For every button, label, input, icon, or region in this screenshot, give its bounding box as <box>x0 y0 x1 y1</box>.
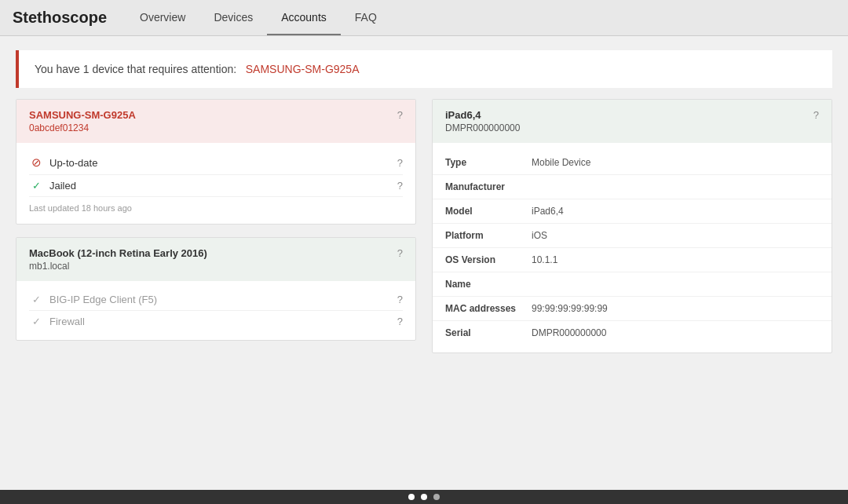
detail-name-block: iPad6,4 DMPR000000000 <box>445 109 520 133</box>
device-name-block-macbook: MacBook (12-inch Retina Early 2016) mb1.… <box>29 247 207 272</box>
last-updated-samsung: Last updated 18 hours ago <box>29 197 403 216</box>
right-column: iPad6,4 DMPR000000000 ? Type Mobile Devi… <box>432 99 832 366</box>
nav-item-overview[interactable]: Overview <box>126 0 199 35</box>
detail-value-model: iPad6,4 <box>532 206 564 217</box>
detail-label-model: Model <box>445 206 532 217</box>
check-icon-jailed: ✓ <box>29 180 43 192</box>
detail-value-mac: 99:99:99:99:99:99 <box>532 303 608 314</box>
detail-label-osversion: OS Version <box>445 254 532 265</box>
left-column: SAMSUNG-SM-G925A 0abcdef01234 ? ⊘ Up-to-… <box>16 99 416 366</box>
check-icon-bigip: ✓ <box>29 294 43 305</box>
check-bigip-label: BIG-IP Edge Client (F5) <box>49 294 157 305</box>
check-firewall: ✓ Firewall ? <box>29 311 403 332</box>
device-id-macbook: mb1.local <box>29 261 207 272</box>
detail-row-mac: MAC addresses 99:99:99:99:99:99 <box>433 297 832 321</box>
detail-row-type: Type Mobile Device <box>433 151 832 175</box>
alert-device-link[interactable]: SAMSUNG-SM-G925A <box>246 63 360 75</box>
jailed-help-icon[interactable]: ? <box>397 180 403 192</box>
samsung-help-icon[interactable]: ? <box>397 109 403 121</box>
detail-label-platform: Platform <box>445 230 532 241</box>
detail-label-serial: Serial <box>445 327 532 338</box>
check-jailed: ✓ Jailed ? <box>29 175 403 197</box>
check-bigip: ✓ BIG-IP Edge Client (F5) ? <box>29 289 403 311</box>
device-body-macbook: ✓ BIG-IP Edge Client (F5) ? ✓ Firewall ? <box>16 281 415 340</box>
nav-item-accounts[interactable]: Accounts <box>267 0 341 35</box>
bottom-bar <box>0 490 848 504</box>
device-header-macbook: MacBook (12-inch Retina Early 2016) mb1.… <box>16 238 415 281</box>
detail-device-id: DMPR000000000 <box>445 122 520 133</box>
check-firewall-label: Firewall <box>49 316 85 327</box>
detail-row-osversion: OS Version 10.1.1 <box>433 248 832 272</box>
bottom-dot-1 <box>408 494 415 500</box>
detail-row-manufacturer: Manufacturer <box>433 175 832 199</box>
bottom-dot-3 <box>433 494 440 500</box>
ipad-help-icon[interactable]: ? <box>813 109 819 121</box>
detail-row-model: Model iPad6,4 <box>433 199 832 224</box>
main-content: SAMSUNG-SM-G925A 0abcdef01234 ? ⊘ Up-to-… <box>16 99 832 366</box>
device-header-samsung: SAMSUNG-SM-G925A 0abcdef01234 ? <box>16 100 415 143</box>
check-jailed-label: Jailed <box>49 180 76 192</box>
device-card-macbook: MacBook (12-inch Retina Early 2016) mb1.… <box>16 237 416 341</box>
detail-value-serial: DMPR000000000 <box>532 327 606 338</box>
firewall-help-icon[interactable]: ? <box>397 316 403 327</box>
detail-header-ipad: iPad6,4 DMPR000000000 ? <box>433 100 832 143</box>
nav-item-faq[interactable]: FAQ <box>341 0 391 35</box>
detail-device-name: iPad6,4 <box>445 109 520 121</box>
detail-body-ipad: Type Mobile Device Manufacturer Model iP… <box>433 143 832 352</box>
detail-value-type: Mobile Device <box>532 157 590 168</box>
navbar: Stethoscope Overview Devices Accounts FA… <box>0 0 848 36</box>
device-id-samsung: 0abcdef01234 <box>29 122 136 133</box>
detail-label-name: Name <box>445 279 532 290</box>
uptodate-help-icon[interactable]: ? <box>397 157 403 169</box>
nav-menu: Overview Devices Accounts FAQ <box>126 0 391 35</box>
detail-label-type: Type <box>445 157 532 168</box>
device-body-samsung: ⊘ Up-to-date ? ✓ Jailed ? Last updated 1… <box>16 143 415 224</box>
alert-text: You have 1 device that requires attentio… <box>35 63 236 75</box>
device-name-samsung: SAMSUNG-SM-G925A <box>29 109 136 121</box>
check-uptodate: ⊘ Up-to-date ? <box>29 151 403 175</box>
device-name-block: SAMSUNG-SM-G925A 0abcdef01234 <box>29 109 136 133</box>
device-name-macbook: MacBook (12-inch Retina Early 2016) <box>29 247 207 259</box>
check-icon-firewall: ✓ <box>29 316 43 327</box>
bottom-dot-2 <box>421 494 427 500</box>
macbook-help-icon[interactable]: ? <box>397 247 403 259</box>
detail-row-platform: Platform iOS <box>433 224 832 248</box>
device-card-samsung: SAMSUNG-SM-G925A 0abcdef01234 ? ⊘ Up-to-… <box>16 99 416 225</box>
detail-value-osversion: 10.1.1 <box>532 254 557 265</box>
detail-card-ipad: iPad6,4 DMPR000000000 ? Type Mobile Devi… <box>432 99 832 353</box>
cross-icon: ⊘ <box>29 155 43 170</box>
alert-banner: You have 1 device that requires attentio… <box>16 50 832 88</box>
bigip-help-icon[interactable]: ? <box>397 294 403 305</box>
check-uptodate-label: Up-to-date <box>49 157 97 169</box>
nav-item-devices[interactable]: Devices <box>199 0 267 35</box>
detail-label-manufacturer: Manufacturer <box>445 181 532 192</box>
detail-row-name: Name <box>433 272 832 297</box>
detail-value-platform: iOS <box>532 230 547 241</box>
brand-logo: Stethoscope <box>13 9 107 27</box>
detail-row-serial: Serial DMPR000000000 <box>433 321 832 345</box>
detail-label-mac: MAC addresses <box>445 303 532 314</box>
